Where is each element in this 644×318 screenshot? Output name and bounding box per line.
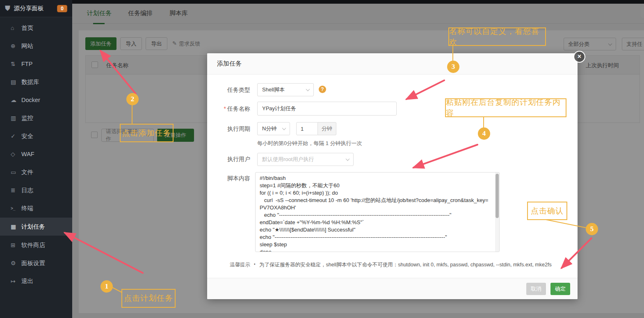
modal-title: 添加任务 (217, 60, 242, 68)
cycle-help-text: 每小时的第0分钟开始，每隔 1 分钟执行一次 (257, 140, 362, 147)
sidebar-item-label: 监控 (21, 114, 33, 122)
step-4-callout: 粘贴刚在后台复制的计划任务内容 (445, 98, 566, 117)
sidebar-item-logs[interactable]: ≣日志 (0, 181, 72, 199)
close-icon[interactable]: × (573, 51, 585, 63)
sidebar-item-label: 数据库 (21, 78, 39, 86)
modal-header: 添加任务 (207, 53, 578, 75)
sidebar-item-logout[interactable]: ↦退出 (0, 272, 72, 290)
cron-icon: ▦ (11, 223, 21, 230)
sidebar-item-label: 终端 (21, 204, 33, 212)
sidebar-item-label: 计划任务 (21, 223, 45, 231)
screen: ⛊ 源分享面板 0 ⌂首页 ⊕网站 ⇅FTP ▤数据库 ☁Docker ▥监控 … (0, 0, 644, 318)
script-content-text: #!/bin/bash step=1 #间隔的秒数，不能大于60 for (( … (256, 173, 495, 252)
script-label: 脚本内容 (215, 175, 250, 182)
task-name-input[interactable] (257, 102, 397, 116)
task-name-label: *任务名称 (215, 105, 250, 113)
sidebar-item-website[interactable]: ⊕网站 (0, 37, 72, 55)
step-3-badge: 3 (447, 61, 459, 73)
notification-badge[interactable]: 0 (57, 5, 67, 12)
step-1-badge: 1 (100, 280, 113, 293)
sidebar-item-label: 日志 (21, 186, 33, 194)
docker-icon: ☁ (11, 97, 21, 103)
terminal-icon: >_ (11, 206, 21, 211)
confirm-button[interactable]: 确定 (550, 283, 570, 295)
exec-user-label: 执行用户 (215, 156, 250, 163)
add-task-modal: 添加任务 × 任务类型 Shell脚本 ? *任务名称 执行周期 N分钟 分钟 … (207, 53, 578, 299)
ftp-icon: ⇅ (11, 61, 21, 67)
cycle-number-input[interactable] (296, 122, 318, 135)
sidebar-item-settings[interactable]: ⚙面板设置 (0, 254, 72, 272)
appstore-icon: ⊞ (11, 242, 21, 248)
step-2-badge: 2 (126, 93, 139, 105)
tips-label: 温馨提示 (215, 261, 250, 268)
script-content-textarea[interactable]: #!/bin/bash step=1 #间隔的秒数，不能大于60 for (( … (255, 172, 500, 252)
sidebar-item-docker[interactable]: ☁Docker (0, 91, 72, 109)
panel-logo-icon: ⛊ (5, 5, 10, 13)
task-type-select[interactable]: Shell脚本 (257, 83, 314, 96)
scrollbar-thumb[interactable] (496, 174, 499, 218)
modal-footer: 取消 确定 (207, 278, 578, 299)
cycle-number-group: 分钟 (244, 122, 367, 135)
help-icon[interactable]: ? (319, 86, 326, 93)
sidebar-item-cron[interactable]: ▦计划任务 (0, 218, 72, 236)
home-icon: ⌂ (11, 25, 21, 31)
task-type-value: Shell脚本 (262, 86, 285, 93)
sidebar-item-label: 安全 (21, 132, 33, 140)
cancel-button[interactable]: 取消 (526, 283, 546, 295)
chevron-down-icon (346, 157, 350, 161)
step-2-callout: 点击添加任务 (120, 124, 174, 142)
sidebar-item-label: WAF (21, 151, 34, 157)
waf-icon: ◇ (11, 151, 21, 157)
step-1-callout: 点击计划任务 (121, 289, 176, 308)
tips-bullet: • (254, 262, 256, 266)
database-icon: ▤ (11, 79, 21, 85)
step-4-badge: 4 (478, 127, 490, 140)
step-5-callout: 点击确认 (527, 202, 567, 220)
sidebar-item-label: 网站 (21, 42, 33, 50)
exec-user-placeholder: 默认使用root用户执行 (262, 156, 314, 163)
tips-text: 为了保证服务器的安全稳定，shell脚本中以下命令不可使用：shutdown, … (259, 261, 577, 268)
sidebar: ⛊ 源分享面板 0 ⌂首页 ⊕网站 ⇅FTP ▤数据库 ☁Docker ▥监控 … (0, 0, 72, 318)
step-3-callout: 名称可以自定义，看您喜欢 (448, 27, 546, 46)
sidebar-item-monitor[interactable]: ▥监控 (0, 109, 72, 127)
task-name-label-text: 任务名称 (227, 105, 250, 112)
website-icon: ⊕ (11, 43, 21, 49)
sidebar-item-label: 文件 (21, 168, 33, 176)
files-icon: ▭ (11, 169, 21, 175)
security-icon: ✓ (11, 133, 21, 139)
sidebar-item-appstore[interactable]: ⊞软件商店 (0, 236, 72, 254)
logout-icon: ↦ (11, 278, 21, 284)
step-5-badge: 5 (586, 223, 598, 235)
logs-icon: ≣ (11, 187, 21, 193)
sidebar-item-ftp[interactable]: ⇅FTP (0, 55, 72, 73)
task-type-label: 任务类型 (215, 86, 250, 94)
sidebar-item-home[interactable]: ⌂首页 (0, 19, 72, 37)
sidebar-item-files[interactable]: ▭文件 (0, 163, 72, 181)
monitor-icon: ▥ (11, 115, 21, 121)
sidebar-item-label: 软件商店 (21, 241, 45, 249)
cycle-unit-suffix: 分钟 (318, 122, 336, 135)
sidebar-item-database[interactable]: ▤数据库 (0, 73, 72, 91)
sidebar-item-label: FTP (21, 61, 32, 67)
required-mark: * (224, 105, 226, 112)
chevron-down-icon (306, 87, 310, 91)
settings-icon: ⚙ (11, 260, 21, 266)
sidebar-header: ⛊ 源分享面板 0 (0, 0, 72, 17)
exec-user-select[interactable]: 默认使用root用户执行 (257, 153, 354, 166)
sidebar-item-waf[interactable]: ◇WAF (0, 145, 72, 163)
sidebar-item-label: 面板设置 (21, 259, 45, 267)
panel-title: 源分享面板 (14, 5, 57, 12)
sidebar-item-label: Docker (21, 97, 40, 103)
sidebar-item-label: 首页 (21, 24, 33, 32)
sidebar-item-security[interactable]: ✓安全 (0, 127, 72, 145)
sidebar-item-label: 退出 (21, 277, 33, 285)
sidebar-item-terminal[interactable]: >_终端 (0, 199, 72, 217)
